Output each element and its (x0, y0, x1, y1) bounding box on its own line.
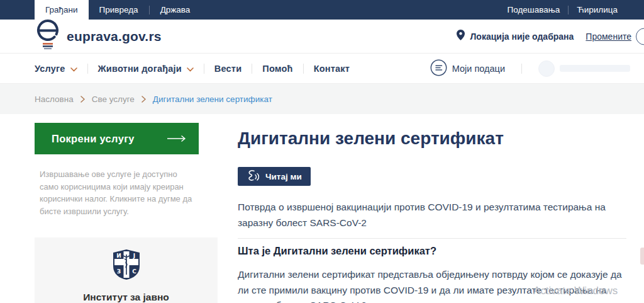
nav-item-help[interactable]: Помоћ (262, 64, 292, 74)
nav-menu: Услуге Животни догађаји Вести Помоћ Конт… (35, 64, 350, 74)
main-nav: Услуге Животни догађаји Вести Помоћ Конт… (0, 54, 644, 84)
script-switch-link[interactable]: Ћирилица (569, 5, 626, 14)
edge-circle-button[interactable] (636, 28, 644, 45)
svg-text:З: З (116, 268, 120, 275)
divider (521, 64, 522, 74)
nav-item-services[interactable]: Услуге (35, 64, 77, 74)
my-data-label: Моји подаци (452, 64, 505, 74)
divider (303, 64, 304, 74)
site-header: euprava.gov.rs Локација није одабрана Пр… (0, 20, 644, 54)
nav-label: Помоћ (262, 64, 292, 74)
edge-side-tab[interactable] (640, 248, 644, 265)
service-summary: Потврда о извршеној вакцинацији против C… (238, 200, 626, 231)
topbar-links: Подешавања Ћирилица (499, 0, 644, 20)
read-aloud-button[interactable]: Читај ми (238, 167, 311, 186)
breadcrumb-current: Дигитални зелени сертификат (153, 94, 272, 104)
section-heading: Шта је Дигитални зелени сертификат? (238, 245, 626, 257)
location-area: Локација није одабрана Промените (457, 30, 631, 43)
svg-text:С: С (132, 268, 136, 275)
speech-reader-icon (247, 169, 260, 183)
nav-label: Услуге (35, 64, 65, 74)
breadcrumb-home[interactable]: Насловна (35, 94, 74, 104)
location-change-link[interactable]: Промените (586, 31, 631, 42)
chevron-right-icon (142, 96, 146, 103)
start-service-button[interactable]: Покрени услугу (35, 123, 199, 154)
breadcrumb-all-services[interactable]: Све услуге (92, 94, 135, 104)
site-logo[interactable]: euprava.gov.rs (35, 20, 162, 53)
nav-label: Контакт (314, 64, 350, 74)
arrow-right-icon (167, 133, 186, 145)
location-pin-icon (457, 30, 465, 43)
ghost-text (560, 65, 630, 72)
settings-link[interactable]: Подешавања (499, 5, 569, 14)
ghost-user-area[interactable] (538, 60, 630, 77)
nav-item-news[interactable]: Вести (214, 64, 242, 74)
service-sidebar: Покрени услугу Извршавање ове услуге је … (35, 123, 218, 303)
service-note: Извршавање ове услуге је доступно само к… (40, 168, 198, 217)
activate-windows-watermark: Activate Windows (533, 285, 618, 297)
page-title: Дигитални зелени сертификат (238, 128, 626, 149)
brand-name: euprava.gov.rs (67, 29, 162, 44)
location-status: Локација није одабрана (470, 31, 574, 42)
chevron-down-icon (187, 64, 194, 74)
divider (204, 64, 204, 74)
divider (252, 64, 252, 74)
service-article: Дигитални зелени сертификат Читај ми Пот… (238, 123, 626, 303)
nav-right: Моји подаци (430, 59, 630, 78)
tab-citizens[interactable]: Грађани (35, 0, 89, 20)
read-aloud-label: Читај ми (265, 172, 302, 181)
nav-label: Вести (214, 64, 242, 74)
nav-item-life-events[interactable]: Животни догађаји (98, 64, 194, 74)
institute-name: Институт за јавно здравље Србије "Др (35, 290, 218, 303)
nav-label: Животни догађаји (98, 64, 182, 74)
tab-business[interactable]: Привреда (89, 0, 149, 20)
menu-circle-icon (430, 59, 447, 78)
chevron-right-icon (80, 96, 85, 103)
divider (87, 64, 88, 74)
institute-shield-logo-icon: И Ј З С (112, 272, 141, 282)
tab-state[interactable]: Држава (150, 0, 201, 20)
audience-tabs: Грађани Привреда Држава (35, 0, 201, 20)
svg-text:И: И (116, 253, 121, 259)
my-data-link[interactable]: Моји подаци (430, 59, 505, 78)
chevron-down-icon (70, 64, 77, 74)
divider (238, 238, 626, 239)
institute-card[interactable]: И Ј З С Институт за јавно здравље Србије… (35, 237, 218, 303)
start-service-label: Покрени услугу (52, 133, 135, 145)
breadcrumb: Насловна Све услуге Дигитални зелени сер… (0, 84, 644, 114)
page-content: Покрени услугу Извршавање ове услуге је … (0, 114, 644, 303)
globe-icon (538, 60, 555, 77)
audience-topbar: Грађани Привреда Држава Подешавања Ћирил… (0, 0, 644, 20)
nav-item-contact[interactable]: Контакт (314, 64, 350, 74)
svg-text:Ј: Ј (132, 253, 135, 259)
euprava-logo-icon (35, 20, 61, 53)
